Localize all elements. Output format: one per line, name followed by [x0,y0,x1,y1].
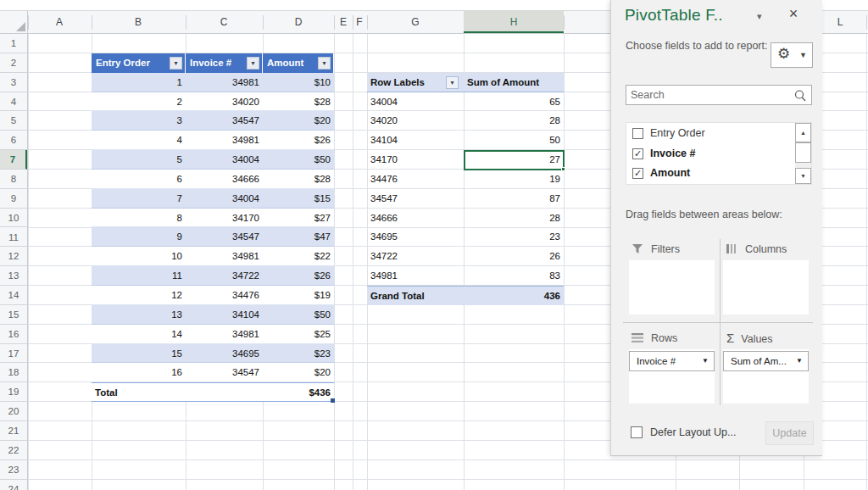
fill-handle[interactable] [561,167,565,171]
table-cell[interactable]: $25 [263,325,334,344]
close-icon[interactable]: × [784,5,803,23]
column-header-L[interactable]: L [837,11,843,33]
pivot-value-cell[interactable]: 28 [464,209,564,228]
table-cell[interactable]: 34981 [186,325,263,344]
table-cell[interactable]: 13 [92,305,186,325]
table-cell[interactable]: $28 [263,170,334,189]
row-header-5[interactable]: 5 [0,111,27,131]
table-cell[interactable]: 34547 [186,227,263,247]
scrollbar-thumb[interactable] [795,142,811,163]
table-cell[interactable]: 34666 [186,170,263,189]
column-header-C[interactable]: C [220,11,228,33]
row-header-12[interactable]: 12 [0,247,27,266]
pivot-label-cell[interactable]: 34666 [367,209,464,228]
table-resize-handle[interactable] [331,398,335,403]
column-header-B[interactable]: B [135,11,142,33]
table-cell[interactable]: 34476 [186,286,263,305]
columns-drop-area[interactable] [723,260,809,315]
pivot-label-cell[interactable]: 34004 [367,92,464,112]
column-header-F[interactable]: F [356,11,362,33]
field-checkbox[interactable]: ✓ [632,168,643,179]
table-cell[interactable]: 1 [92,73,186,92]
table-cell[interactable]: $22 [263,247,334,266]
pivot-value-cell[interactable]: 87 [464,189,564,209]
field-checkbox[interactable]: ✓ [632,148,643,159]
pivot-label-cell[interactable]: 34104 [367,131,464,150]
table-cell[interactable]: 34981 [186,131,263,150]
pivot-value-cell[interactable]: 23 [464,227,564,247]
table-cell[interactable]: 4 [92,131,186,150]
search-input[interactable] [631,86,787,103]
table-cell[interactable]: 3 [92,111,186,131]
field-item-entry-order[interactable]: Entry Order [626,124,794,143]
table-cell[interactable]: 16 [92,363,186,382]
total-label-cell[interactable]: Total [92,383,186,403]
pivot-label-cell[interactable]: 34722 [367,247,464,266]
active-cell-H7[interactable] [464,150,565,170]
column-header-D[interactable]: D [295,11,303,33]
values-field-pill[interactable]: Sum of Am... ▼ [723,351,809,371]
filters-drop-area[interactable] [629,260,715,315]
table-cell[interactable]: $26 [263,266,334,286]
pivot-label-cell[interactable]: 34476 [367,170,464,189]
total-value-cell[interactable]: $436 [263,383,334,403]
table-cell[interactable]: 10 [92,247,186,266]
table-cell[interactable]: 34722 [186,266,263,286]
table-cell[interactable]: $23 [263,344,334,364]
rows-field-pill[interactable]: Invoice # ▼ [629,351,715,371]
table-cell[interactable]: $10 [263,73,334,92]
pivot-value-cell[interactable]: 19 [464,170,564,189]
table-cell[interactable]: 2 [92,92,186,112]
filter-dropdown-icon[interactable]: ▾ [170,57,182,70]
scroll-up-icon[interactable]: ▲ [795,123,811,142]
row-header-1[interactable]: 1 [0,34,27,53]
pivot-value-cell[interactable]: 65 [464,92,564,112]
row-labels-dropdown-icon[interactable]: ▾ [446,76,459,89]
table-cell[interactable]: $15 [263,189,334,209]
field-item-amount[interactable]: ✓Amount [626,164,794,183]
grand-total-label-cell[interactable]: Grand Total [367,287,464,306]
table-cell[interactable]: $50 [263,305,334,325]
table-cell[interactable]: 34547 [186,111,263,131]
table-cell[interactable]: $47 [263,227,334,247]
defer-layout-checkbox[interactable] [631,426,643,438]
row-header-19[interactable]: 19 [0,382,27,402]
row-header-4[interactable]: 4 [0,92,27,112]
pane-options-caret-icon[interactable]: ▾ [757,11,762,22]
filter-dropdown-icon[interactable]: ▾ [247,57,259,70]
table-cell[interactable]: 34004 [186,189,263,209]
row-header-3[interactable]: 3 [0,73,27,92]
scroll-down-icon[interactable]: ▼ [795,168,811,184]
table-cell[interactable]: 34695 [186,344,263,364]
row-header-15[interactable]: 15 [0,305,27,325]
row-header-13[interactable]: 13 [0,266,27,286]
row-header-23[interactable]: 23 [0,460,27,480]
table-cell[interactable]: $50 [263,150,334,170]
table-cell[interactable]: 5 [92,150,186,170]
table-cell[interactable]: $19 [263,286,334,305]
table-cell[interactable]: 34020 [186,92,263,112]
table-cell[interactable]: 34547 [186,363,263,382]
row-header-6[interactable]: 6 [0,131,27,150]
row-header-14[interactable]: 14 [0,286,27,305]
column-header-G[interactable]: G [411,11,419,33]
pivot-label-cell[interactable]: 34020 [367,111,464,131]
table-cell[interactable]: $27 [263,209,334,228]
pivot-value-cell[interactable]: 26 [464,247,564,266]
table-cell[interactable]: 7 [92,189,186,209]
field-checkbox[interactable] [632,128,643,139]
table-cell[interactable]: 9 [92,227,186,247]
table-cell[interactable]: 11 [92,266,186,286]
pivot-label-cell[interactable]: 34981 [367,266,464,286]
row-header-20[interactable]: 20 [0,402,27,421]
pivot-value-cell[interactable]: 83 [464,266,564,286]
row-header-9[interactable]: 9 [0,189,27,209]
table-cell[interactable]: $28 [263,92,334,112]
select-all-corner[interactable] [0,11,28,34]
table-cell[interactable]: 34104 [186,305,263,325]
row-header-17[interactable]: 17 [0,344,27,364]
table-cell[interactable]: 8 [92,209,186,228]
table-cell[interactable]: $20 [263,111,334,131]
table-cell[interactable]: 34004 [186,150,263,170]
table-cell[interactable]: 34981 [186,247,263,266]
